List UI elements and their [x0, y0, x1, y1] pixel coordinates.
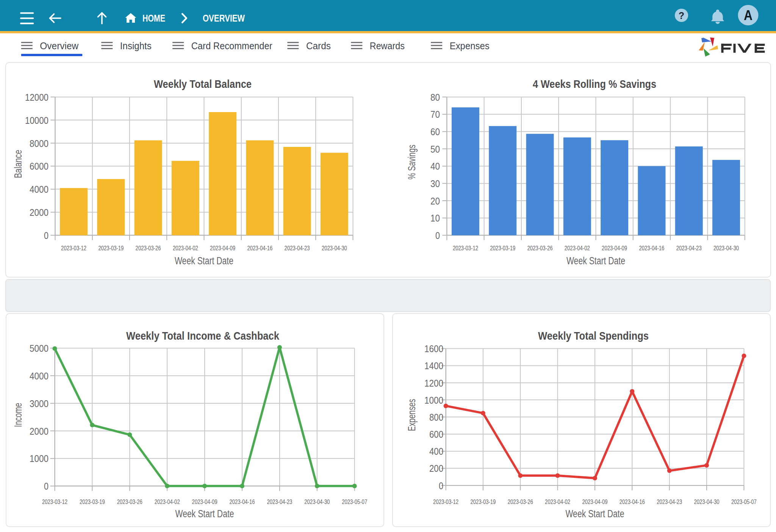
svg-text:2023-03-12: 2023-03-12 — [453, 245, 478, 251]
svg-text:2023-04-23: 2023-04-23 — [676, 245, 702, 251]
svg-text:2023-03-19: 2023-03-19 — [98, 245, 124, 251]
svg-text:4000: 4000 — [30, 184, 48, 195]
svg-text:2023-04-23: 2023-04-23 — [285, 245, 310, 251]
svg-text:1600: 1600 — [424, 343, 443, 354]
svg-text:0: 0 — [439, 480, 443, 491]
svg-text:600: 600 — [429, 429, 443, 440]
svg-text:2023-03-12: 2023-03-12 — [61, 245, 86, 251]
svg-text:% Savings: % Savings — [406, 145, 418, 179]
svg-text:4000: 4000 — [30, 370, 48, 382]
svg-text:400: 400 — [429, 446, 443, 457]
svg-text:2023-04-30: 2023-04-30 — [694, 498, 720, 505]
svg-text:2023-04-09: 2023-04-09 — [192, 498, 217, 505]
svg-text:Weekly Total Income & Cashback: Weekly Total Income & Cashback — [126, 329, 279, 342]
svg-text:2023-04-30: 2023-04-30 — [304, 498, 330, 505]
svg-text:2023-03-26: 2023-03-26 — [508, 498, 533, 505]
svg-text:1400: 1400 — [424, 360, 443, 371]
svg-text:0: 0 — [435, 230, 440, 241]
svg-text:800: 800 — [429, 412, 443, 423]
svg-text:0: 0 — [44, 230, 48, 241]
svg-text:2023-04-02: 2023-04-02 — [173, 245, 198, 251]
svg-text:12000: 12000 — [25, 92, 48, 103]
svg-text:2023-04-02: 2023-04-02 — [565, 245, 590, 251]
svg-text:2023-04-16: 2023-04-16 — [620, 498, 645, 505]
svg-text:2023-04-30: 2023-04-30 — [322, 245, 347, 251]
svg-text:2023-03-26: 2023-03-26 — [527, 245, 553, 251]
svg-text:2023-04-02: 2023-04-02 — [155, 498, 180, 505]
svg-text:2023-03-12: 2023-03-12 — [433, 498, 458, 505]
svg-text:Expenses: Expenses — [406, 399, 418, 431]
svg-text:Week Start Date: Week Start Date — [566, 255, 625, 267]
svg-text:200: 200 — [429, 463, 443, 474]
svg-text:2023-03-19: 2023-03-19 — [80, 498, 105, 505]
svg-text:2023-04-09: 2023-04-09 — [210, 245, 235, 251]
svg-text:6000: 6000 — [30, 161, 48, 172]
svg-text:2000: 2000 — [30, 207, 48, 218]
svg-text:3000: 3000 — [30, 398, 48, 409]
svg-text:5000: 5000 — [30, 343, 48, 354]
svg-text:2023-04-16: 2023-04-16 — [247, 245, 272, 251]
svg-text:2023-03-19: 2023-03-19 — [490, 245, 515, 251]
svg-text:Week Start Date: Week Start Date — [175, 255, 233, 267]
svg-text:2023-04-30: 2023-04-30 — [713, 245, 739, 251]
svg-text:Balance: Balance — [13, 150, 24, 178]
svg-text:2023-03-26: 2023-03-26 — [136, 245, 161, 251]
svg-text:10000: 10000 — [25, 115, 48, 126]
svg-text:2023-03-19: 2023-03-19 — [470, 498, 496, 505]
svg-text:2023-04-09: 2023-04-09 — [582, 498, 608, 505]
svg-text:2023-04-23: 2023-04-23 — [657, 498, 682, 505]
svg-text:2023-04-16: 2023-04-16 — [230, 498, 255, 505]
svg-text:0: 0 — [44, 481, 48, 492]
svg-text:50: 50 — [430, 144, 440, 155]
svg-text:2023-04-02: 2023-04-02 — [545, 498, 570, 505]
svg-text:1200: 1200 — [424, 378, 443, 389]
svg-text:2023-04-09: 2023-04-09 — [602, 245, 627, 251]
svg-text:Weekly Total Spendings: Weekly Total Spendings — [538, 329, 649, 342]
svg-text:Week Start Date: Week Start Date — [175, 508, 234, 520]
svg-text:Weekly Total Balance: Weekly Total Balance — [154, 78, 252, 90]
svg-text:40: 40 — [430, 161, 440, 172]
svg-text:4 Weeks Rolling % Savings: 4 Weeks Rolling % Savings — [533, 78, 656, 90]
svg-text:1000: 1000 — [30, 453, 48, 464]
svg-text:2023-05-07: 2023-05-07 — [342, 498, 367, 505]
svg-text:70: 70 — [430, 109, 440, 120]
svg-text:Income: Income — [13, 403, 24, 427]
svg-text:2023-04-16: 2023-04-16 — [639, 245, 664, 251]
svg-text:20: 20 — [430, 195, 440, 207]
svg-text:60: 60 — [430, 126, 440, 137]
svg-text:10: 10 — [430, 212, 440, 224]
svg-text:Week Start Date: Week Start Date — [566, 508, 624, 520]
svg-text:1000: 1000 — [424, 395, 443, 406]
svg-text:2023-03-26: 2023-03-26 — [117, 498, 142, 505]
svg-text:2023-04-23: 2023-04-23 — [267, 498, 292, 505]
svg-text:2023-03-12: 2023-03-12 — [42, 498, 67, 505]
svg-text:8000: 8000 — [30, 138, 48, 149]
svg-text:80: 80 — [430, 92, 440, 103]
svg-text:30: 30 — [430, 178, 440, 189]
svg-text:2000: 2000 — [30, 426, 48, 437]
svg-text:2023-05-07: 2023-05-07 — [731, 498, 757, 505]
